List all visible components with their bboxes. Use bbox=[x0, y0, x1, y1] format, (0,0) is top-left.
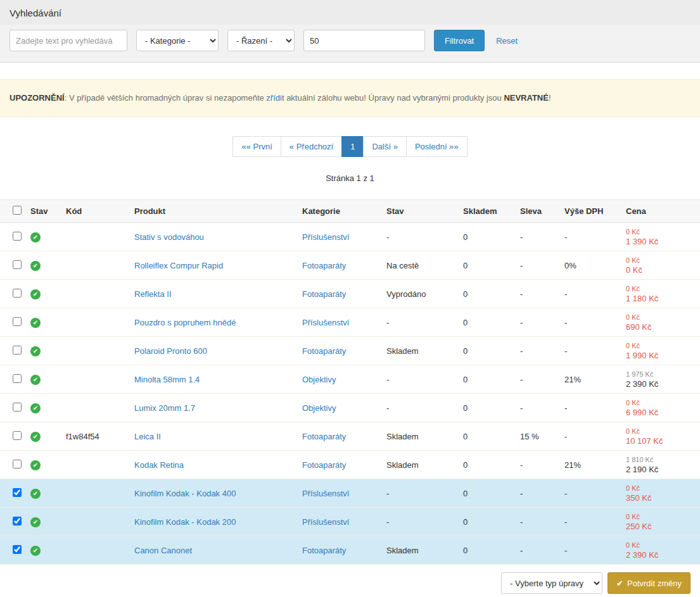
category-link[interactable]: Fotoaparáty bbox=[302, 289, 346, 299]
price-line-1: 0 Kč bbox=[626, 398, 695, 407]
page-info: Stránka 1 z 1 bbox=[0, 173, 700, 183]
row-checkbox[interactable] bbox=[13, 403, 22, 412]
product-code bbox=[61, 365, 129, 394]
row-checkbox[interactable] bbox=[13, 232, 22, 241]
product-link[interactable]: Rolleiflex Compur Rapid bbox=[134, 261, 223, 270]
row-checkbox[interactable] bbox=[13, 289, 22, 298]
product-link[interactable]: Canon Canonet bbox=[134, 546, 192, 555]
page-title: Vyhledávání bbox=[0, 0, 700, 25]
backup-link[interactable]: zřídit bbox=[266, 93, 284, 103]
price-cell: 1 810 Kč2 190 Kč bbox=[621, 451, 700, 479]
check-icon: ✔ bbox=[616, 579, 623, 588]
confirm-changes-button[interactable]: ✔ Potvrdit změny bbox=[608, 572, 690, 594]
category-link[interactable]: Fotoaparáty bbox=[302, 546, 346, 555]
row-checkbox[interactable] bbox=[13, 317, 22, 326]
column-header-category: Kategorie bbox=[297, 200, 381, 223]
row-checkbox[interactable] bbox=[13, 431, 22, 440]
row-checkbox[interactable] bbox=[13, 374, 22, 383]
pagination-last[interactable]: Poslední »» bbox=[406, 136, 468, 157]
product-link[interactable]: Stativ s vodováhou bbox=[134, 232, 204, 242]
row-checkbox[interactable] bbox=[13, 517, 22, 525]
price-cell: 0 Kč690 Kč bbox=[621, 308, 700, 337]
category-link[interactable]: Příslušenství bbox=[302, 489, 349, 498]
stock-count: 0 bbox=[458, 422, 515, 451]
status-active-icon[interactable]: ✔ bbox=[30, 346, 41, 356]
product-link[interactable]: Minolta 58mm 1.4 bbox=[134, 375, 200, 384]
vat-value: - bbox=[559, 394, 621, 422]
status-active-icon[interactable]: ✔ bbox=[30, 403, 41, 413]
category-select[interactable]: - Kategorie - bbox=[136, 30, 219, 51]
filter-button[interactable]: Filtrovat bbox=[434, 30, 485, 51]
bulk-action-select[interactable]: - Vyberte typ úpravy - bbox=[501, 572, 602, 594]
discount-value: - bbox=[515, 308, 559, 337]
search-input[interactable] bbox=[10, 30, 127, 51]
discount-value: - bbox=[515, 280, 559, 308]
product-code bbox=[61, 394, 129, 422]
vat-value: - bbox=[559, 422, 621, 451]
category-link[interactable]: Příslušenství bbox=[302, 318, 349, 327]
category-link[interactable]: Fotoaparáty bbox=[302, 261, 346, 270]
stock-count: 0 bbox=[458, 394, 515, 422]
status-active-icon[interactable]: ✔ bbox=[30, 289, 41, 299]
vat-value: - bbox=[559, 308, 621, 337]
price-line-2: 6 990 Kč bbox=[626, 407, 695, 418]
discount-value: 15 % bbox=[515, 422, 559, 451]
discount-value: - bbox=[515, 508, 559, 536]
pagination-next[interactable]: Další » bbox=[363, 136, 406, 157]
availability-status: Skladem bbox=[381, 536, 458, 565]
stock-count: 0 bbox=[458, 308, 515, 337]
product-code bbox=[61, 280, 129, 308]
status-active-icon[interactable]: ✔ bbox=[30, 375, 41, 385]
product-link[interactable]: Pouzdro s popruhem hnědé bbox=[134, 318, 236, 327]
stock-count: 0 bbox=[458, 337, 515, 365]
table-row: ✔Kinofilm Kodak - Kodak 200Příslušenství… bbox=[0, 508, 700, 536]
pagination-first[interactable]: «« První bbox=[232, 136, 281, 157]
reset-link[interactable]: Reset bbox=[496, 36, 518, 46]
column-header-discount: Sleva bbox=[515, 200, 559, 223]
product-link[interactable]: Kinofilm Kodak - Kodak 400 bbox=[134, 489, 236, 498]
status-active-icon[interactable]: ✔ bbox=[30, 232, 41, 242]
price-line-2: 0 Kč bbox=[626, 265, 695, 275]
status-active-icon[interactable]: ✔ bbox=[30, 460, 41, 470]
status-active-icon[interactable]: ✔ bbox=[30, 489, 41, 499]
row-checkbox[interactable] bbox=[13, 346, 22, 355]
pagination-prev[interactable]: « Předchozí bbox=[281, 136, 342, 157]
product-link[interactable]: Reflekta II bbox=[134, 289, 172, 299]
status-active-icon[interactable]: ✔ bbox=[30, 318, 41, 328]
status-active-icon[interactable]: ✔ bbox=[30, 432, 41, 442]
select-all-checkbox[interactable] bbox=[13, 206, 22, 215]
product-code: f1w84f54 bbox=[61, 422, 129, 451]
product-link[interactable]: Lumix 20mm 1.7 bbox=[134, 403, 195, 413]
status-active-icon[interactable]: ✔ bbox=[30, 546, 41, 556]
price-line-2: 1 390 Kč bbox=[626, 236, 695, 247]
category-link[interactable]: Příslušenství bbox=[302, 517, 349, 527]
price-line-2: 1 990 Kč bbox=[626, 350, 695, 361]
sort-select[interactable]: - Řazení - bbox=[227, 30, 295, 51]
status-active-icon[interactable]: ✔ bbox=[30, 261, 41, 271]
availability-status: - bbox=[381, 508, 458, 536]
price-line-1: 0 Kč bbox=[626, 313, 695, 322]
row-checkbox[interactable] bbox=[13, 460, 22, 468]
row-checkbox[interactable] bbox=[13, 545, 22, 554]
table-row: ✔Canon CanonetFotoaparátySkladem0--0 Kč2… bbox=[0, 536, 700, 565]
row-checkbox[interactable] bbox=[13, 488, 22, 497]
price-line-1: 1 975 Kč bbox=[626, 370, 695, 379]
price-line-2: 1 180 Kč bbox=[626, 293, 695, 304]
product-link[interactable]: Leica II bbox=[134, 432, 161, 441]
warning-bold-prefix: UPOZORNĚNÍ bbox=[10, 93, 65, 103]
product-link[interactable]: Kodak Retina bbox=[134, 460, 184, 470]
category-link[interactable]: Fotoaparáty bbox=[302, 432, 346, 441]
product-link[interactable]: Kinofilm Kodak - Kodak 200 bbox=[134, 517, 236, 527]
row-checkbox[interactable] bbox=[13, 260, 22, 269]
limit-input[interactable] bbox=[303, 30, 425, 51]
product-code bbox=[61, 479, 129, 508]
status-active-icon[interactable]: ✔ bbox=[30, 517, 41, 527]
category-link[interactable]: Příslušenství bbox=[302, 232, 349, 242]
table-row: ✔Stativ s vodováhouPříslušenství-0--0 Kč… bbox=[0, 223, 700, 251]
pagination-current-page[interactable]: 1 bbox=[341, 136, 364, 157]
category-link[interactable]: Fotoaparáty bbox=[302, 460, 346, 470]
product-link[interactable]: Polaroid Pronto 600 bbox=[134, 346, 207, 356]
category-link[interactable]: Objektivy bbox=[302, 403, 336, 413]
category-link[interactable]: Objektivy bbox=[302, 375, 336, 384]
category-link[interactable]: Fotoaparáty bbox=[302, 346, 346, 356]
